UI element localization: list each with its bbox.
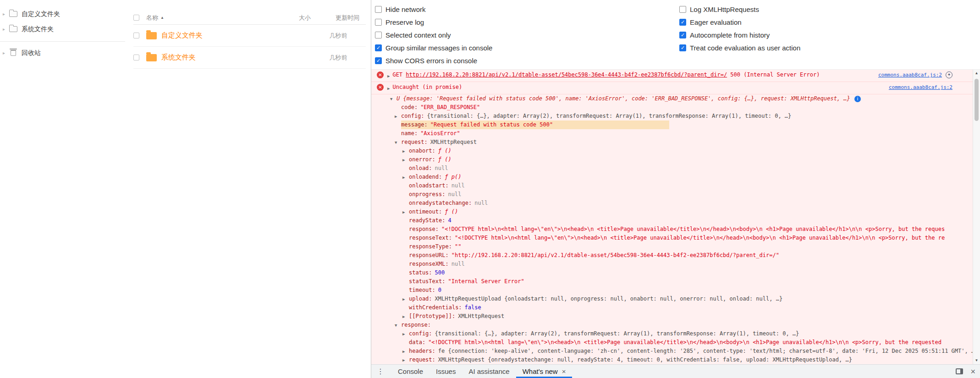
- insight-icon[interactable]: ✦: [946, 71, 952, 78]
- setting-log-xmlhttprequests[interactable]: Log XMLHttpRequests: [679, 3, 800, 16]
- expand-caret-icon[interactable]: ▼: [395, 138, 401, 147]
- checkbox-icon[interactable]: [375, 19, 382, 26]
- more-tools-menu-icon[interactable]: ⋮: [377, 367, 384, 376]
- tree-row-content: config:{transitional: {…}, adapter: Arra…: [401, 113, 791, 119]
- checkbox-icon[interactable]: [375, 6, 382, 13]
- expand-caret-icon[interactable]: ▼: [395, 321, 401, 329]
- checkbox-icon[interactable]: ✓: [375, 44, 382, 51]
- row-checkbox[interactable]: [133, 33, 139, 38]
- tree-row-content: onerror:ƒ (): [409, 156, 451, 163]
- setting-label: Log XMLHttpRequests: [690, 5, 759, 13]
- tab-ai-assistance[interactable]: AI assistance: [462, 365, 516, 378]
- setting-eager-evaluation[interactable]: ✓Eager evaluation: [679, 16, 800, 28]
- sidebar-item[interactable]: ▸系统文件夹: [0, 22, 125, 37]
- expand-caret-icon[interactable]: ▶: [402, 208, 409, 216]
- checkbox-icon[interactable]: ✓: [679, 19, 686, 26]
- console-messages: ✕▶GET http://192.168.2.20:8821/api/v2.1/…: [371, 70, 980, 364]
- console-message-list: ✕▶GET http://192.168.2.20:8821/api/v2.1/…: [371, 70, 973, 364]
- expand-caret-icon[interactable]: ▶: [402, 173, 409, 181]
- setting-label: Group similar messages in console: [385, 44, 492, 52]
- setting-autocomplete-from-history[interactable]: ✓Autocomplete from history: [679, 28, 800, 41]
- property-value: "ERR_BAD_RESPONSE": [420, 104, 480, 110]
- setting-group-similar-messages-in-console[interactable]: ✓Group similar messages in console: [375, 41, 492, 54]
- expand-caret-icon[interactable]: ▶: [387, 85, 390, 93]
- request-url-link[interactable]: http://192.168.2.20:8821/api/v2.1/dtable…: [406, 71, 727, 78]
- property-name: onreadystatechange:: [409, 200, 472, 206]
- console-scrollbar[interactable]: ▲ ▼: [973, 70, 980, 364]
- console-settings: Hide networkPreserve logSelected context…: [371, 0, 980, 70]
- close-tab-icon[interactable]: ×: [562, 367, 566, 375]
- file-row[interactable]: 自定义文件夹几秒前: [133, 25, 366, 47]
- property-value: null: [435, 165, 448, 171]
- dock-side-icon[interactable]: [956, 368, 963, 374]
- object-preview: U {message: 'Request failed with status …: [396, 95, 850, 102]
- expand-caret-icon[interactable]: ▶: [402, 347, 409, 356]
- column-header-name[interactable]: 名称 ▲: [146, 14, 270, 22]
- property-name: onload:: [409, 165, 432, 171]
- property-name: data:: [409, 339, 425, 345]
- column-header-size[interactable]: 大小: [270, 14, 311, 22]
- row-checkbox[interactable]: [133, 55, 139, 60]
- setting-selected-context-only[interactable]: Selected context only: [375, 28, 492, 41]
- setting-preserve-log[interactable]: Preserve log: [375, 16, 492, 28]
- sidebar-item[interactable]: ▸自定义文件夹: [0, 6, 125, 22]
- checkbox-icon[interactable]: ✓: [375, 57, 382, 64]
- property-value: 500: [435, 269, 445, 276]
- scrollbar-thumb[interactable]: [974, 79, 979, 121]
- property-value: "<!DOCTYPE html>\n<html lang=\"en\">\n<h…: [455, 235, 945, 241]
- tree-row-content: onabort:ƒ (): [409, 148, 451, 154]
- expand-caret-icon[interactable]: ▸: [3, 11, 9, 16]
- expand-caret-icon[interactable]: ▸: [3, 50, 9, 55]
- property-value: "": [455, 243, 461, 250]
- setting-show-cors-errors-in-console[interactable]: ✓Show CORS errors in console: [375, 54, 492, 67]
- info-icon[interactable]: i: [854, 96, 861, 102]
- tree-row-content: onprogress:null: [409, 191, 461, 197]
- console-settings-right: Log XMLHttpRequests✓Eager evaluation✓Aut…: [679, 3, 800, 54]
- expand-caret-icon[interactable]: ▶: [387, 72, 390, 80]
- expand-caret-icon[interactable]: ▶: [395, 112, 401, 121]
- source-file-link[interactable]: commons.aaab8caf.js:2: [889, 83, 952, 91]
- property-value: {transitional: {…}, adapter: Array(2), t…: [435, 330, 799, 337]
- expand-caret-icon[interactable]: ▶: [402, 356, 409, 364]
- file-name-link[interactable]: 系统文件夹: [161, 53, 196, 62]
- error-message-text: GET http://192.168.2.20:8821/api/v2.1/dt…: [392, 71, 873, 79]
- property-value: ƒ (): [438, 148, 451, 154]
- property-name: timeout:: [409, 287, 435, 293]
- property-name: onloadstart:: [409, 182, 449, 189]
- select-all-checkbox[interactable]: [133, 15, 139, 21]
- expand-caret-icon[interactable]: ▶: [402, 330, 409, 338]
- property-name: responseType:: [409, 243, 452, 250]
- scroll-down-arrow[interactable]: ▼: [973, 357, 980, 364]
- expand-caret-icon[interactable]: ▶: [402, 156, 409, 164]
- tab-bar-right-controls: ×: [956, 367, 975, 376]
- scroll-up-arrow[interactable]: ▲: [973, 70, 980, 77]
- expand-caret-icon[interactable]: ▶: [402, 295, 409, 303]
- checkbox-icon[interactable]: [375, 32, 382, 38]
- tab-issues[interactable]: Issues: [429, 365, 462, 378]
- column-header-modified[interactable]: 更新时间: [311, 14, 366, 22]
- checkbox-icon[interactable]: [679, 6, 686, 13]
- file-name-cell: 系统文件夹: [146, 53, 270, 62]
- source-file-link[interactable]: commons.aaab8caf.js:2: [878, 71, 942, 79]
- tree-row: timeout:0: [371, 286, 973, 295]
- tab-what-s-new[interactable]: What's new×: [516, 365, 573, 378]
- tree-row: ▶onloadend:ƒ p(): [371, 173, 973, 181]
- tab-console[interactable]: Console: [391, 365, 429, 378]
- setting-treat-code-evaluation-as-user-action[interactable]: ✓Treat code evaluation as user action: [679, 41, 800, 54]
- tree-row-content: statusText:"Internal Server Error": [409, 278, 524, 285]
- expand-caret-icon[interactable]: ▸: [3, 27, 9, 32]
- file-name-link[interactable]: 自定义文件夹: [161, 31, 203, 40]
- file-row[interactable]: 系统文件夹几秒前: [133, 47, 366, 69]
- expand-caret-icon[interactable]: ▶: [402, 147, 409, 155]
- checkbox-icon[interactable]: ✓: [679, 32, 686, 38]
- property-name: code:: [401, 104, 418, 110]
- tree-row-content: onload:null: [409, 165, 448, 171]
- sidebar-item[interactable]: ▸回收站: [0, 45, 125, 60]
- checkbox-icon[interactable]: ✓: [679, 44, 686, 51]
- property-value: false: [465, 304, 481, 311]
- expand-caret-icon[interactable]: ▼: [390, 95, 396, 103]
- expand-caret-icon[interactable]: ▶: [402, 312, 409, 321]
- console-settings-left: Hide networkPreserve logSelected context…: [375, 3, 492, 67]
- setting-hide-network[interactable]: Hide network: [375, 3, 492, 16]
- close-devtools-icon[interactable]: ×: [970, 367, 975, 376]
